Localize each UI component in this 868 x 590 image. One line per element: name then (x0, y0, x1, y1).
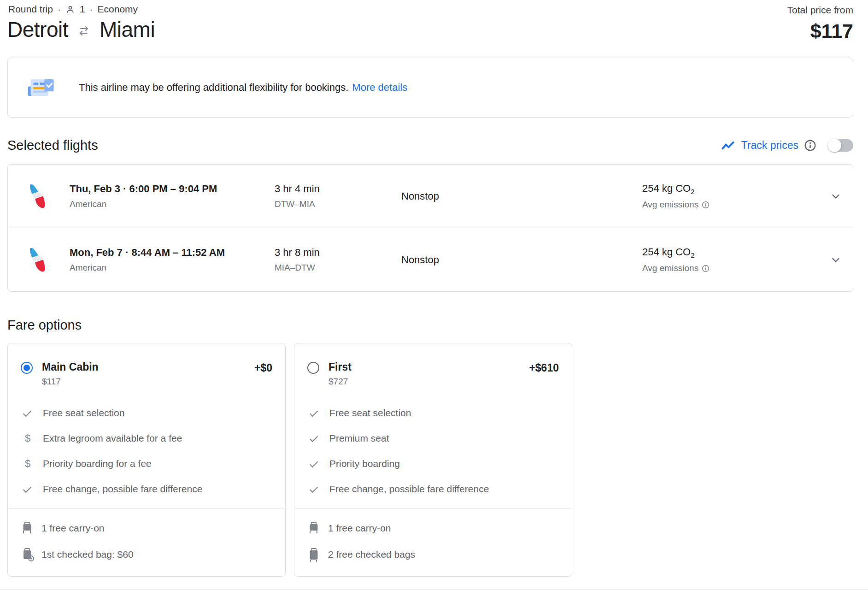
feature-row: Free change, possible fare difference (22, 483, 272, 495)
avg-emissions-label: Avg emissions (642, 200, 698, 210)
track-prices-control: Track prices (721, 139, 853, 152)
avg-emissions-label: Avg emissions (642, 263, 698, 273)
flight-emissions: 254 kg CO2 (642, 246, 820, 259)
chevron-down-icon[interactable] (830, 254, 842, 266)
fare-price: $727 (328, 377, 529, 387)
fare-feature-list: Free seat selection Premium seat Priorit… (294, 387, 572, 495)
feature-row: Premium seat (308, 432, 559, 444)
destination-city: Miami (100, 17, 155, 42)
info-icon[interactable] (702, 265, 710, 272)
route-title: Detroit Miami (7, 17, 155, 42)
header-left: Round trip · 1 · Economy Detroit Miami (7, 4, 155, 42)
fare-price-delta: +$610 (529, 362, 559, 374)
fare-baggage-list: 1 free carry-on 2 free checked bags (294, 509, 572, 560)
fare-options-heading: Fare options (7, 318, 853, 333)
feature-row: Priority boarding (308, 458, 559, 470)
flight-stops-column: Nonstop (401, 190, 642, 202)
american-airlines-logo (19, 182, 70, 211)
separator-dot: · (90, 4, 93, 15)
flight-emissions-column: 254 kg CO2 Avg emissions (642, 246, 820, 273)
flexibility-banner: This airline may be offering additional … (7, 58, 853, 118)
fare-card-main-cabin[interactable]: Main Cabin $117 +$0 Free seat selection … (7, 343, 286, 577)
info-icon[interactable] (804, 139, 816, 152)
flight-main-column: Thu, Feb 3 · 6:00 PM – 9:04 PM American (70, 183, 275, 209)
flight-duration: 3 hr 8 min (275, 247, 401, 259)
banner-message: This airline may be offering additional … (79, 82, 348, 93)
checked-bag-add-icon (22, 548, 32, 560)
flight-row-return[interactable]: Mon, Feb 7 · 8:44 AM – 11:52 AM American… (8, 228, 853, 291)
flight-main-column: Mon, Feb 7 · 8:44 AM – 11:52 AM American (70, 247, 275, 273)
fare-cards: Main Cabin $117 +$0 Free seat selection … (7, 343, 853, 577)
total-price-label: Total price from (787, 5, 853, 16)
flight-route: MIA–DTW (275, 263, 401, 273)
flight-duration-column: 3 hr 8 min MIA–DTW (275, 247, 401, 273)
info-icon[interactable] (702, 201, 710, 209)
track-prices-toggle[interactable] (828, 139, 853, 152)
trending-chart-icon (721, 141, 735, 151)
fare-feature-list: Free seat selection Extra legroom availa… (8, 387, 285, 495)
baggage-row: 1st checked bag: $60 (22, 548, 272, 560)
avg-emissions: Avg emissions (642, 200, 820, 210)
flight-duration: 3 hr 4 min (275, 183, 401, 195)
fare-name-block: First $727 (328, 361, 529, 387)
fare-name-block: Main Cabin $117 (42, 361, 254, 387)
selected-flights-header: Selected flights Track prices (7, 138, 853, 153)
flight-emissions: 254 kg CO2 (642, 183, 820, 195)
carry-on-bag-icon (22, 522, 32, 534)
avg-emissions: Avg emissions (642, 263, 820, 273)
header-right: Total price from $117 (787, 4, 853, 42)
flight-stops: Nonstop (401, 254, 642, 266)
check-icon (22, 407, 34, 419)
total-price: $117 (787, 20, 853, 42)
flexible-booking-icon (26, 75, 55, 100)
dollar-icon (22, 458, 34, 470)
flight-duration-column: 3 hr 4 min DTW–MIA (275, 183, 401, 209)
checked-bag-icon (308, 548, 319, 560)
check-icon (22, 483, 34, 495)
flight-schedule: Thu, Feb 3 · 6:00 PM – 9:04 PM (70, 183, 275, 195)
banner-text: This airline may be offering additional … (79, 82, 407, 94)
check-icon (308, 483, 320, 495)
toggle-knob (828, 139, 841, 152)
fare-card-header: First $727 +$610 (294, 343, 572, 387)
cabin-class: Economy (98, 4, 138, 15)
page-header: Round trip · 1 · Economy Detroit Miami T… (7, 4, 853, 42)
radio-selected-icon[interactable] (21, 362, 33, 374)
feature-row: Free change, possible fare difference (308, 483, 559, 495)
flight-schedule: Mon, Feb 7 · 8:44 AM – 11:52 AM (70, 247, 275, 259)
track-prices-link[interactable]: Track prices (741, 139, 798, 152)
check-icon (308, 458, 320, 470)
flight-route: DTW–MIA (275, 199, 401, 209)
radio-unselected-icon[interactable] (307, 362, 319, 374)
fare-price-delta: +$0 (254, 362, 272, 374)
flight-stops: Nonstop (401, 190, 642, 202)
flight-emissions-column: 254 kg CO2 Avg emissions (642, 183, 820, 210)
person-icon (65, 5, 75, 14)
flight-row-departure[interactable]: Thu, Feb 3 · 6:00 PM – 9:04 PM American … (8, 165, 853, 228)
baggage-row: 2 free checked bags (308, 548, 559, 560)
trip-summary: Round trip · 1 · Economy (7, 4, 155, 15)
fare-baggage-list: 1 free carry-on 1st checked bag: $60 (8, 509, 285, 560)
more-details-link[interactable]: More details (352, 82, 407, 93)
feature-row: Free seat selection (22, 407, 272, 419)
origin-city: Detroit (7, 17, 68, 42)
chevron-down-icon[interactable] (830, 190, 842, 202)
fare-name: First (328, 361, 529, 373)
fare-card-first[interactable]: First $727 +$610 Free seat selection Pre… (294, 343, 572, 577)
fare-price: $117 (42, 377, 254, 387)
swap-route-icon (76, 25, 92, 37)
selected-flights-heading: Selected flights (7, 138, 98, 153)
flight-booking-page: Round trip · 1 · Economy Detroit Miami T… (0, 0, 868, 577)
airline-name: American (70, 199, 275, 209)
separator-dot: · (58, 4, 61, 15)
trip-type: Round trip (8, 4, 53, 15)
american-airlines-logo (19, 245, 70, 275)
fare-name: Main Cabin (42, 361, 254, 373)
baggage-row: 1 free carry-on (22, 522, 272, 534)
fare-card-header: Main Cabin $117 +$0 (8, 343, 285, 387)
feature-row: Extra legroom available for a fee (22, 432, 272, 444)
flight-stops-column: Nonstop (401, 254, 642, 266)
fare-options-header: Fare options (7, 318, 853, 333)
check-icon (308, 407, 320, 419)
check-icon (308, 432, 320, 444)
